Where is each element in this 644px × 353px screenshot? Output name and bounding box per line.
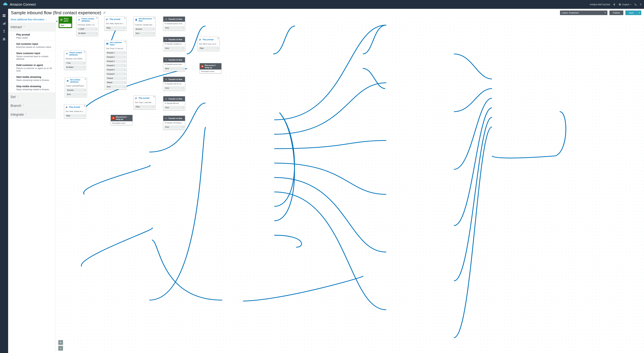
- branch[interactable]: Pressed 5: [106, 68, 126, 72]
- branch[interactable]: Error: [164, 26, 184, 30]
- nav-users-icon[interactable]: [2, 37, 6, 41]
- transfer-icon: ⇢: [164, 58, 167, 61]
- account-label[interactable]: IAM@d-99673a25e8: [590, 3, 610, 6]
- node-transfer-to-flow[interactable]: ⇢Transfer to flow To Sample A/B test Err…: [163, 96, 185, 110]
- branch[interactable]: Error: [164, 125, 184, 129]
- product-logo: Amazon Connect: [3, 2, 36, 7]
- branch[interactable]: Okay: [105, 26, 125, 30]
- publish-button[interactable]: Publish: [610, 11, 624, 15]
- nav-rail: [0, 9, 8, 353]
- branch[interactable]: Error: [164, 67, 184, 70]
- interact-items: ⋮⋮Play promptPlays audio. ⋮⋮Get customer…: [8, 31, 56, 92]
- save-button[interactable]: Save: [625, 11, 637, 15]
- node-entry-point[interactable]: ➔Entry point Start: [58, 17, 72, 28]
- connect-cloud-icon: [3, 2, 8, 7]
- close-icon[interactable]: x: [154, 96, 154, 98]
- close-icon[interactable]: x: [124, 17, 125, 19]
- node-check-contact-attributes[interactable]: ⇄Check contact attributesx Checking: Use…: [64, 50, 86, 70]
- node-transfer-to-flow[interactable]: ⇢Transfer to flow To Sample Lambda integ…: [163, 37, 185, 51]
- node-play-prompt[interactable]: 🔊Play promptx Text: Hello, thanks for co…: [104, 17, 126, 31]
- branch[interactable]: Okay: [134, 105, 154, 109]
- save-dropdown-icon[interactable]: ▾: [637, 11, 641, 15]
- collapse-sidebar-handle[interactable]: ◀: [56, 19, 58, 23]
- node-disconnect-hangup[interactable]: ✖Disconnect / hang upx Termination event: [110, 115, 133, 125]
- show-info-link[interactable]: Show additional flow information ⌄: [8, 17, 56, 23]
- close-icon[interactable]: x: [96, 17, 97, 19]
- branch[interactable]: Pressed 2: [106, 55, 126, 59]
- chevron-down-icon: ˅: [26, 113, 27, 116]
- close-icon[interactable]: x: [220, 64, 220, 66]
- branch[interactable]: Pressed 4: [106, 64, 126, 67]
- branch[interactable]: Success: [66, 88, 86, 92]
- zoom-in-button[interactable]: +: [58, 340, 63, 345]
- transfer-icon: ⇢: [164, 38, 167, 41]
- branch[interactable]: Error: [164, 86, 184, 90]
- node-set-contact-attributes[interactable]: ▤Set contact attributesx Output: greetin…: [65, 78, 87, 97]
- section-branch[interactable]: Branch˅: [8, 101, 56, 110]
- branch[interactable]: Error: [66, 93, 86, 96]
- nav-dashboard-icon[interactable]: [2, 14, 6, 17]
- node-get-customer-input[interactable]: 👥Get customer inputx Text: Press 1 to be…: [105, 40, 127, 89]
- node-disconnect-hangup[interactable]: ✖Disconnect / hang upx Termination event: [200, 63, 222, 73]
- node-transfer-to-flow[interactable]: ⇢Transfer to flow To Sample secure input…: [163, 57, 185, 71]
- node-play-prompt[interactable]: 🔊Play promptx Text: Hello, thanks for ca…: [64, 104, 86, 118]
- help-icon[interactable]: ?: [640, 3, 641, 6]
- node-play-prompt[interactable]: 🔊Play promptx Text: We're sorry, an erro…: [198, 37, 220, 51]
- close-icon[interactable]: x: [85, 78, 86, 80]
- drag-handle-icon: ⋮⋮: [10, 64, 15, 72]
- block-item[interactable]: ⋮⋮Start media streamingStarts streaming …: [8, 74, 56, 83]
- node-set-disconnect-flow[interactable]: 👤Set disconnect flowx Customer: Sample d…: [134, 17, 156, 36]
- drag-handle-icon: ⋮⋮: [10, 52, 15, 60]
- node-play-prompt[interactable]: 🔊Play promptx Text: Oops, Looks like an …: [134, 95, 156, 109]
- branch[interactable]: = CHAT: [77, 27, 97, 31]
- block-item[interactable]: ⋮⋮Play promptPlays audio.: [8, 31, 56, 41]
- section-interact[interactable]: Interact ˄: [8, 23, 56, 31]
- node-transfer-to-flow[interactable]: ⇢Transfer to flow To Sample recording be…: [163, 116, 185, 130]
- branch-icon: ⇄: [65, 52, 68, 55]
- close-icon[interactable]: x: [130, 115, 132, 117]
- block-item[interactable]: ⋮⋮Get customer inputBranches based on cu…: [8, 41, 56, 50]
- branch[interactable]: No Match: [77, 32, 97, 35]
- close-icon[interactable]: x: [84, 105, 85, 107]
- branch[interactable]: Error: [164, 106, 184, 109]
- branch-start[interactable]: Start: [60, 24, 71, 27]
- branch[interactable]: Pressed 6: [106, 72, 126, 76]
- transfer-icon: ⇢: [164, 97, 167, 100]
- connectors-layer: [56, 17, 644, 353]
- node-transfer-to-flow[interactable]: ⇢Transfer to flow To Sample note for scr…: [163, 77, 185, 91]
- zoom-out-button[interactable]: −: [58, 346, 63, 351]
- branch[interactable]: Pressed 3: [106, 60, 126, 63]
- section-integrate[interactable]: Integrate˅: [8, 110, 56, 119]
- svg-rect-4: [3, 14, 4, 16]
- section-set[interactable]: Set˅: [8, 92, 56, 101]
- branch[interactable]: Okay: [198, 47, 218, 50]
- version-select[interactable]: Latest: Published: [560, 11, 608, 15]
- close-icon[interactable]: x: [154, 17, 154, 19]
- branch[interactable]: No Match: [65, 66, 85, 69]
- nav-routing-icon[interactable]: [2, 30, 6, 33]
- node-check-contact-attributes[interactable]: ⇄Check contact attributesx Checking: Sys…: [76, 17, 98, 36]
- edit-title-icon[interactable]: [103, 11, 106, 15]
- branch[interactable]: Default: [106, 81, 126, 84]
- close-icon[interactable]: x: [84, 51, 85, 53]
- block-item[interactable]: ⋮⋮Hold customer or agentPlaces a custome…: [8, 62, 56, 74]
- branch[interactable]: Timeout: [106, 77, 126, 80]
- branch[interactable]: Error: [164, 47, 184, 50]
- nav-metrics-icon[interactable]: [2, 22, 6, 25]
- close-icon[interactable]: x: [218, 37, 218, 39]
- branch[interactable]: Pressed 1: [106, 51, 126, 55]
- phone-icon[interactable]: [634, 3, 637, 6]
- branch[interactable]: Success: [134, 27, 154, 31]
- close-icon[interactable]: x: [125, 41, 126, 43]
- branch[interactable]: Error: [106, 85, 126, 89]
- branch[interactable]: = true: [65, 61, 85, 65]
- logout-icon[interactable]: [613, 3, 616, 6]
- block-item[interactable]: ⋮⋮Store customer inputStores numerical i…: [8, 50, 56, 62]
- drag-handle-icon: ⋮⋮: [10, 33, 15, 39]
- node-transfer-to-flow[interactable]: ⇢Transfer to flow To Sample Queue Config…: [163, 17, 185, 31]
- flow-canvas[interactable]: ◀: [56, 17, 644, 353]
- language-picker[interactable]: English ▾: [618, 3, 631, 6]
- branch[interactable]: Error: [134, 32, 154, 35]
- branch[interactable]: Okay: [65, 114, 85, 118]
- block-item[interactable]: ⋮⋮Stop media streamingStops streaming me…: [8, 83, 56, 92]
